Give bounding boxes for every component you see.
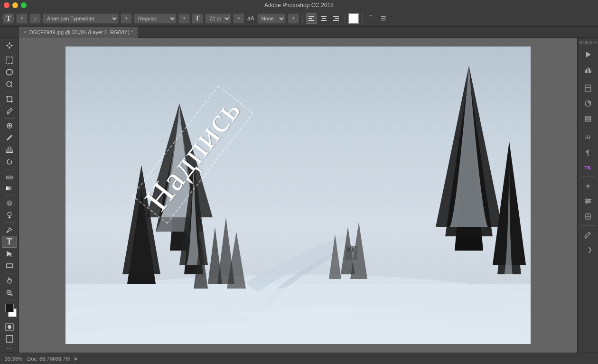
- text-color-swatch[interactable]: [348, 13, 359, 24]
- expand2-icon[interactable]: ▷▷: [590, 40, 597, 45]
- canvas-image[interactable]: Надпись: [65, 47, 531, 344]
- close-tab-icon[interactable]: ×: [24, 29, 27, 35]
- layers-button[interactable]: [580, 112, 596, 126]
- move-tool[interactable]: [2, 40, 17, 51]
- path-select-tool[interactable]: [2, 248, 17, 260]
- svg-rect-18: [6, 152, 13, 153]
- warp-text-button[interactable]: ⌒: [366, 13, 376, 24]
- svg-rect-40: [346, 246, 357, 260]
- tool-sep-2: [4, 92, 15, 92]
- right-sep-1: [581, 79, 595, 79]
- eyedropper-tool[interactable]: [2, 105, 17, 117]
- font-size-select[interactable]: 6 pt 8 pt 12 pt 18 pt 24 pt 36 pt 48 pt …: [205, 13, 231, 24]
- title-bar: Adobe Photoshop CC 2018: [0, 0, 598, 10]
- tool-sep-5: [4, 196, 15, 196]
- type-tool-arrow[interactable]: ▾: [16, 13, 28, 24]
- minimize-button[interactable]: [12, 2, 18, 8]
- svg-rect-47: [585, 70, 586, 73]
- extra-tools-dots[interactable]: ···: [7, 346, 12, 351]
- hand-tool[interactable]: [2, 275, 17, 286]
- canvas-wrapper: Надпись: [65, 47, 531, 344]
- canvas-area: Надпись: [19, 38, 577, 353]
- font-style-select[interactable]: Regular Bold Italic Bold Italic: [134, 13, 177, 24]
- app-title: Adobe Photoshop CC 2018: [264, 2, 334, 9]
- marquee-tool[interactable]: [2, 55, 17, 66]
- quick-select-tool[interactable]: [2, 79, 17, 90]
- paragraph-button[interactable]: ¶: [580, 145, 596, 159]
- type-tool[interactable]: T: [2, 236, 17, 247]
- ai-text-button[interactable]: Ai: [580, 130, 596, 144]
- type-tool-icon[interactable]: T: [3, 13, 14, 24]
- play-button[interactable]: [580, 47, 596, 62]
- zoom-tool[interactable]: [2, 287, 17, 298]
- mask-mode[interactable]: [2, 321, 17, 333]
- filter1-button[interactable]: [580, 194, 596, 208]
- healing-brush-tool[interactable]: [2, 120, 17, 131]
- svg-rect-49: [588, 67, 589, 73]
- status-arrow[interactable]: ▶: [75, 356, 78, 361]
- svg-rect-5: [321, 20, 327, 21]
- sparkle-button[interactable]: [580, 179, 596, 193]
- right-sep-4: [581, 225, 595, 226]
- doc-size: Doc: 68,7M/68,7M: [27, 356, 70, 362]
- resize-icon[interactable]: ↕: [29, 13, 41, 24]
- svg-point-65: [585, 237, 586, 239]
- options-bar: T ▾ ↕ American Typewriter Arial Helvetic…: [0, 10, 598, 27]
- crop-tool[interactable]: [2, 93, 17, 105]
- blur-tool[interactable]: [2, 197, 17, 209]
- svg-rect-7: [335, 18, 339, 19]
- font-family-select[interactable]: American Typewriter Arial Helvetica Time…: [43, 13, 119, 24]
- antialias-dropdown-icon[interactable]: ▾: [288, 13, 299, 24]
- right-panel: ◁ ▷▷ ▷▷ Ai ¶ TK: [577, 38, 598, 353]
- screen-mode[interactable]: [2, 333, 17, 345]
- svg-point-23: [8, 202, 11, 205]
- svg-rect-36: [6, 336, 13, 342]
- align-right-button[interactable]: [331, 13, 341, 24]
- collapse-icon[interactable]: ◁: [579, 40, 582, 45]
- filter2-button[interactable]: [580, 209, 596, 224]
- tabs-bar: × DSCF2949.jpg @ 33,3% (Layer 1, RGB/8*)…: [0, 27, 598, 38]
- svg-rect-17: [7, 150, 12, 152]
- eraser-tool[interactable]: [2, 171, 17, 182]
- shape-tool[interactable]: [2, 260, 17, 271]
- info-button[interactable]: [580, 81, 596, 95]
- maximize-button[interactable]: [21, 2, 27, 8]
- lasso-tool[interactable]: [2, 66, 17, 78]
- stamp-tool[interactable]: [2, 144, 17, 155]
- glyphs-button[interactable]: TK: [580, 160, 596, 175]
- antialias-select[interactable]: None Sharp Crisp Strong Smooth: [257, 13, 286, 24]
- font-size-dropdown-icon[interactable]: ▾: [233, 13, 244, 24]
- toggle-panel-button[interactable]: ☰: [378, 13, 389, 24]
- tool-sep-6: [4, 222, 15, 223]
- svg-marker-46: [586, 52, 591, 57]
- color-button[interactable]: [580, 96, 596, 111]
- pen-tool[interactable]: [2, 224, 17, 235]
- align-left-button[interactable]: [306, 13, 317, 24]
- document-tab[interactable]: × DSCF2949.jpg @ 33,3% (Layer 1, RGB/8*)…: [19, 27, 138, 38]
- tab-title: DSCF2949.jpg @ 33,3% (Layer 1, RGB/8*) *: [29, 29, 133, 35]
- history-brush-tool[interactable]: [2, 156, 17, 168]
- left-toolbar: T ···: [0, 38, 19, 353]
- svg-rect-57: [585, 116, 591, 118]
- font-style-dropdown-icon[interactable]: ▾: [178, 13, 190, 24]
- brush-presets-button[interactable]: [580, 228, 596, 242]
- svg-rect-6: [333, 16, 339, 17]
- svg-rect-8: [333, 20, 339, 21]
- expand-icon[interactable]: ▷▷: [583, 40, 589, 45]
- close-button[interactable]: [4, 2, 9, 8]
- tool-sep-3: [4, 118, 15, 119]
- tool-sep-8: [4, 300, 15, 300]
- tool-sep-7: [4, 273, 15, 273]
- dodge-tool[interactable]: [2, 209, 17, 221]
- gradient-tool[interactable]: [2, 183, 17, 194]
- more-options-button[interactable]: [580, 243, 596, 257]
- antialias-label: aA: [247, 15, 254, 22]
- svg-rect-2: [308, 20, 314, 21]
- align-center-button[interactable]: [318, 13, 329, 24]
- svg-rect-41: [347, 248, 350, 252]
- histogram-button[interactable]: [580, 63, 596, 77]
- svg-rect-55: [585, 120, 591, 121]
- brush-tool[interactable]: [2, 132, 17, 143]
- font-family-dropdown-icon[interactable]: ▾: [121, 13, 132, 24]
- foreground-color[interactable]: [5, 304, 14, 312]
